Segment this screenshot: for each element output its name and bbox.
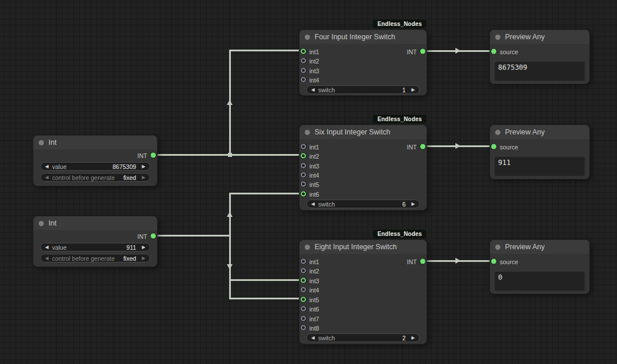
input-slot-icon[interactable] (491, 49, 496, 54)
input-slot-icon[interactable] (301, 297, 306, 302)
decrement-arrow-icon[interactable]: ◀ (45, 175, 48, 180)
input-port-int1[interactable]: int1 (301, 258, 323, 265)
input-slot-icon[interactable] (301, 163, 306, 168)
input-slot-icon[interactable] (491, 259, 496, 264)
decrement-arrow-icon[interactable]: ◀ (311, 336, 315, 340)
output-port-int[interactable]: INT (403, 48, 425, 55)
switch-widget[interactable]: ◀ switch 6 ▶ (306, 200, 420, 208)
input-slot-icon[interactable] (301, 325, 306, 331)
input-slot-icon[interactable] (301, 144, 306, 149)
input-slot-icon[interactable] (301, 172, 306, 178)
widget-value[interactable]: 1 (402, 87, 406, 93)
decrement-arrow-icon[interactable]: ◀ (45, 245, 48, 250)
collapse-dot-icon[interactable] (305, 130, 310, 135)
input-slot-icon[interactable] (301, 68, 306, 73)
node-title-bar[interactable]: Preview Any (490, 30, 589, 44)
input-port-int8[interactable]: int8 (301, 324, 323, 332)
widget-value[interactable]: 8675309 (113, 163, 136, 170)
widget-value[interactable]: 911 (126, 244, 136, 251)
collapse-dot-icon[interactable] (495, 130, 500, 135)
node-graph-canvas[interactable]: Int INT ◀ value 8675309 ▶ ◀ control befo… (0, 0, 617, 364)
widget-value[interactable]: 6 (402, 201, 406, 208)
input-slot-icon[interactable] (301, 259, 306, 264)
input-port-int5[interactable]: int5 (301, 181, 323, 188)
collapse-dot-icon[interactable] (39, 140, 44, 145)
input-port-source[interactable]: source (491, 143, 522, 151)
switch-widget[interactable]: ◀ switch 1 ▶ (306, 85, 420, 94)
node-title-bar[interactable]: Preview Any (490, 240, 589, 254)
input-slot-icon[interactable] (301, 268, 306, 273)
increment-arrow-icon[interactable]: ▶ (412, 88, 415, 92)
output-slot-icon[interactable] (151, 234, 156, 239)
node-preview-any-b[interactable]: Preview Any source 911 (489, 125, 590, 179)
widget-value[interactable]: 2 (402, 335, 406, 342)
value-widget[interactable]: ◀ value 911 ▶ (40, 243, 150, 252)
increment-arrow-icon[interactable]: ▶ (142, 164, 145, 169)
control-before-generate-widget[interactable]: ◀ control before generate fixed ▶ (40, 173, 150, 182)
increment-arrow-icon[interactable]: ▶ (412, 202, 415, 207)
node-preview-any-a[interactable]: Preview Any source 8675309 (489, 29, 590, 84)
decrement-arrow-icon[interactable]: ◀ (45, 164, 48, 169)
node-int-b[interactable]: Int INT ◀ value 911 ▶ ◀ control before g… (33, 216, 158, 267)
increment-arrow-icon[interactable]: ▶ (412, 336, 415, 340)
input-port-int3[interactable]: int3 (301, 67, 323, 74)
collapse-dot-icon[interactable] (39, 221, 44, 226)
node-four-input-integer-switch[interactable]: Endless_Nodes Four Input Integer Switch … (299, 29, 427, 96)
input-port-int2[interactable]: int2 (301, 152, 323, 160)
value-widget[interactable]: ◀ value 8675309 ▶ (40, 162, 150, 171)
switch-widget[interactable]: ◀ switch 2 ▶ (306, 333, 420, 342)
preview-output-text[interactable]: 8675309 (495, 62, 585, 81)
widget-value[interactable]: fixed (124, 174, 136, 181)
output-port-int[interactable]: INT (134, 232, 156, 240)
input-port-int3[interactable]: int3 (301, 162, 323, 170)
input-port-int6[interactable]: int6 (301, 305, 323, 313)
collapse-dot-icon[interactable] (305, 35, 310, 40)
node-title-bar[interactable]: Preview Any (490, 125, 589, 139)
input-slot-icon[interactable] (301, 153, 306, 159)
input-slot-icon[interactable] (301, 287, 306, 292)
output-slot-icon[interactable] (420, 49, 425, 54)
input-port-int2[interactable]: int2 (301, 267, 323, 275)
output-port-int[interactable]: INT (403, 143, 425, 151)
node-title-bar[interactable]: Int (33, 136, 157, 149)
input-port-int5[interactable]: int5 (301, 296, 323, 303)
output-slot-icon[interactable] (151, 153, 156, 158)
input-slot-icon[interactable] (301, 58, 306, 63)
collapse-dot-icon[interactable] (495, 245, 500, 250)
input-port-int4[interactable]: int4 (301, 76, 323, 84)
node-title-bar[interactable]: Six Input Integer Switch (300, 125, 427, 139)
input-slot-icon[interactable] (301, 316, 306, 321)
preview-output-text[interactable]: 911 (495, 157, 585, 176)
input-port-int7[interactable]: int7 (301, 315, 323, 322)
node-six-input-integer-switch[interactable]: Endless_Nodes Six Input Integer Switch i… (299, 125, 427, 211)
output-port-int[interactable]: INT (403, 258, 425, 265)
collapse-dot-icon[interactable] (305, 245, 310, 250)
input-slot-icon[interactable] (491, 144, 496, 149)
node-eight-input-integer-switch[interactable]: Endless_Nodes Eight Input Integer Switch… (299, 239, 427, 344)
decrement-arrow-icon[interactable]: ◀ (45, 256, 48, 261)
input-slot-icon[interactable] (301, 278, 306, 283)
input-slot-icon[interactable] (301, 306, 306, 312)
input-port-int4[interactable]: int4 (301, 171, 323, 179)
node-int-a[interactable]: Int INT ◀ value 8675309 ▶ ◀ control befo… (33, 135, 158, 186)
node-title-bar[interactable]: Four Input Integer Switch (300, 30, 427, 44)
collapse-dot-icon[interactable] (495, 35, 500, 40)
input-port-int6[interactable]: int6 (301, 190, 323, 198)
preview-output-text[interactable]: 0 (495, 272, 585, 291)
increment-arrow-icon[interactable]: ▶ (142, 245, 145, 250)
decrement-arrow-icon[interactable]: ◀ (311, 202, 315, 207)
node-title-bar[interactable]: Int (33, 216, 157, 230)
input-slot-icon[interactable] (301, 77, 306, 82)
input-port-int4[interactable]: int4 (301, 286, 323, 294)
input-slot-icon[interactable] (301, 49, 306, 54)
node-preview-any-c[interactable]: Preview Any source 0 (489, 239, 590, 294)
increment-arrow-icon[interactable]: ▶ (142, 175, 145, 180)
input-slot-icon[interactable] (301, 192, 306, 197)
output-slot-icon[interactable] (420, 259, 425, 264)
increment-arrow-icon[interactable]: ▶ (142, 256, 145, 261)
output-port-int[interactable]: INT (134, 152, 156, 159)
widget-value[interactable]: fixed (124, 255, 136, 262)
input-port-int3[interactable]: int3 (301, 277, 323, 284)
input-port-int2[interactable]: int2 (301, 57, 323, 65)
input-slot-icon[interactable] (301, 182, 306, 187)
